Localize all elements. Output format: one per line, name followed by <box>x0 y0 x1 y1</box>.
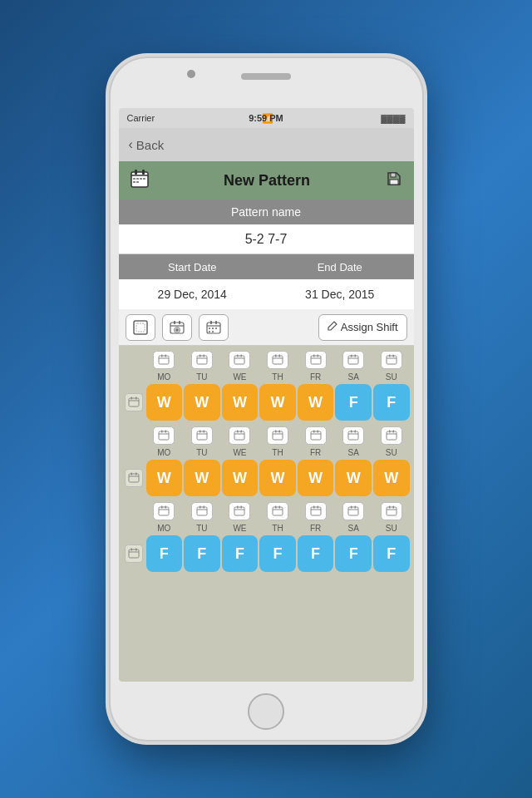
day-add-icon-sa-3[interactable] <box>334 502 372 520</box>
week-block-3: MO TU WE TH FR SA SU F F F <box>122 502 411 573</box>
svg-rect-81 <box>317 431 318 433</box>
svg-rect-58 <box>129 398 139 406</box>
start-date-header: Start Date <box>119 261 267 273</box>
week-block-2: MO TU WE TH FR SA SU W W W <box>122 426 411 497</box>
svg-rect-121 <box>392 506 394 509</box>
svg-rect-70 <box>234 431 244 440</box>
svg-rect-4 <box>133 178 135 180</box>
day-label-mo-3: MO <box>145 522 184 534</box>
day-cell-2-th[interactable]: W <box>259 460 296 496</box>
svg-rect-30 <box>159 356 169 364</box>
day-cell-3-su[interactable]: F <box>373 535 410 572</box>
day-add-icon-su-1[interactable] <box>372 351 411 369</box>
day-label-tu-1: TU <box>183 371 221 383</box>
day-cell-1-fr[interactable]: W <box>298 384 334 421</box>
svg-rect-57 <box>392 355 394 357</box>
screen: Carrier 📶 9:59 PM ▓▓▓▓ ‹ Back <box>119 108 414 682</box>
end-date-value[interactable]: 31 Dec, 2015 <box>266 288 414 301</box>
day-add-icon-tu-3[interactable] <box>183 502 221 520</box>
phone-home-button[interactable] <box>248 693 284 730</box>
start-date-value[interactable]: 29 Dec, 2014 <box>119 288 267 301</box>
day-label-we-2: WE <box>221 446 259 459</box>
day-label-th-3: TH <box>259 522 297 534</box>
day-add-icon-tu-2[interactable] <box>183 426 221 445</box>
day-add-icon-sa-1[interactable] <box>334 351 372 369</box>
day-cell-1-su[interactable]: F <box>373 384 410 421</box>
day-cell-2-mo[interactable]: W <box>146 460 183 496</box>
day-add-icon-we-3[interactable] <box>221 502 259 520</box>
svg-rect-65 <box>165 431 167 433</box>
day-add-icon-th-3[interactable] <box>259 502 297 520</box>
svg-rect-52 <box>351 355 352 357</box>
assign-shift-button[interactable]: Assign Shift <box>318 314 407 341</box>
phone-speaker <box>241 73 291 80</box>
day-add-icon-th-1[interactable] <box>259 351 297 369</box>
day-cell-2-tu[interactable]: W <box>184 460 220 496</box>
day-add-icon-sa-2[interactable] <box>334 426 372 445</box>
day-cell-1-th[interactable]: W <box>259 384 296 421</box>
svg-rect-46 <box>311 356 321 364</box>
shift-add-button[interactable] <box>162 314 192 341</box>
pattern-name-input[interactable]: 5-2 7-7 <box>119 224 414 254</box>
shift-calendar-button[interactable] <box>199 314 229 341</box>
svg-rect-69 <box>203 431 204 433</box>
day-add-icon-fr-1[interactable] <box>297 351 335 369</box>
day-cell-3-we[interactable]: F <box>222 535 259 572</box>
day-cell-2-fr[interactable]: W <box>298 460 334 496</box>
week-icon-2[interactable] <box>125 469 143 487</box>
svg-rect-86 <box>387 431 397 440</box>
day-add-icon-su-2[interactable] <box>372 426 411 445</box>
day-add-icon-we-1[interactable] <box>221 351 259 369</box>
day-add-icon-su-3[interactable] <box>372 502 411 520</box>
svg-rect-16 <box>174 321 175 324</box>
day-cell-3-sa[interactable]: F <box>335 535 372 572</box>
day-cell-1-tu[interactable]: W <box>184 384 220 421</box>
day-label-sa-3: SA <box>334 522 372 534</box>
day-cell-1-sa[interactable]: F <box>335 384 372 421</box>
day-cell-3-fr[interactable]: F <box>298 535 334 572</box>
day-cell-2-we[interactable]: W <box>222 460 259 496</box>
day-add-icon-fr-2[interactable] <box>297 426 335 445</box>
svg-rect-78 <box>311 431 321 440</box>
day-label-sa-2: SA <box>334 446 372 459</box>
svg-rect-90 <box>129 474 139 482</box>
svg-rect-109 <box>279 506 281 509</box>
back-button[interactable]: ‹ Back <box>129 137 165 152</box>
day-add-icon-fr-3[interactable] <box>297 502 335 520</box>
day-add-icon-tu-1[interactable] <box>183 351 221 369</box>
svg-rect-9 <box>136 181 139 183</box>
day-cell-1-we[interactable]: W <box>222 384 259 421</box>
day-add-icon-th-2[interactable] <box>259 426 297 445</box>
day-add-icon-mo-1[interactable] <box>145 351 184 369</box>
save-icon[interactable] <box>386 170 402 191</box>
phone-camera <box>187 70 195 78</box>
day-cell-2-sa[interactable]: W <box>335 460 372 496</box>
week-icon-3[interactable] <box>125 544 143 563</box>
back-chevron-icon: ‹ <box>129 137 133 152</box>
day-label-we-3: WE <box>221 522 259 534</box>
day-label-th-2: TH <box>259 446 297 459</box>
day-label-sa-1: SA <box>334 371 372 383</box>
day-add-icon-mo-2[interactable] <box>145 426 184 445</box>
day-add-icon-mo-3[interactable] <box>145 502 184 520</box>
week-icon-1[interactable] <box>125 393 143 411</box>
day-label-tu-3: TU <box>183 522 221 534</box>
svg-rect-112 <box>313 506 315 509</box>
day-cell-3-th[interactable]: F <box>259 535 296 572</box>
svg-rect-110 <box>311 507 321 515</box>
day-cell-2-su[interactable]: W <box>373 460 410 496</box>
day-cell-3-mo[interactable]: F <box>146 535 183 572</box>
day-cell-1-mo[interactable]: W <box>146 384 183 421</box>
svg-rect-24 <box>215 321 217 324</box>
svg-rect-68 <box>200 431 201 433</box>
status-bar: Carrier 📶 9:59 PM ▓▓▓▓ <box>119 108 414 128</box>
svg-rect-93 <box>135 473 137 475</box>
svg-rect-25 <box>209 328 210 329</box>
edit-icon <box>328 321 337 333</box>
date-header-row: Start Date End Date <box>119 254 414 279</box>
day-add-icon-we-2[interactable] <box>221 426 259 445</box>
svg-rect-33 <box>165 355 167 357</box>
select-tool-button[interactable] <box>126 314 155 341</box>
end-date-header: End Date <box>266 261 414 273</box>
day-cell-3-tu[interactable]: F <box>184 535 220 572</box>
